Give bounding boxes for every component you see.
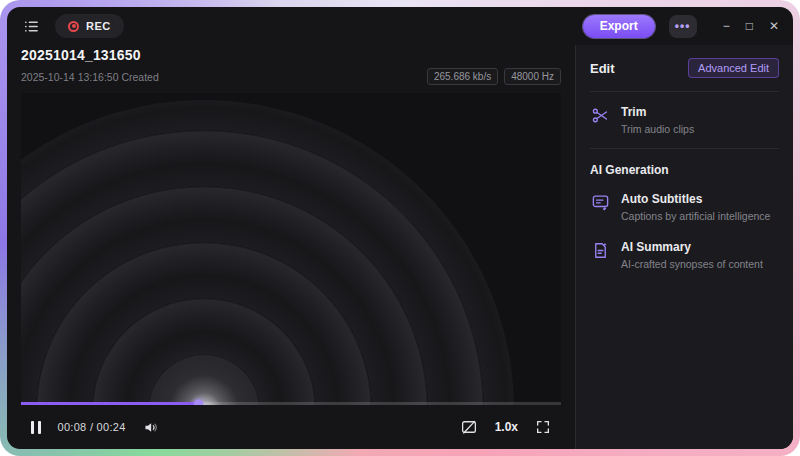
sidebar-header: Edit Advanced Edit — [590, 58, 779, 78]
sidebar-item-ai-summary[interactable]: AI Summary AI-crafted synopses of conten… — [590, 240, 779, 270]
sidebar-item-auto-subtitles[interactable]: Auto Subtitles Captions by artificial in… — [590, 192, 779, 222]
more-options-button[interactable]: ••• — [669, 15, 697, 38]
window-controls: − □ ✕ — [723, 20, 779, 32]
denoise-button[interactable] — [460, 418, 478, 436]
pause-icon — [31, 421, 34, 434]
pause-icon — [38, 421, 41, 434]
media-badges: 265.686 kb/s 48000 Hz — [427, 68, 561, 85]
sidebar-divider — [590, 148, 779, 149]
denoise-icon — [460, 418, 478, 436]
created-timestamp: 2025-10-14 13:16:50 Created — [21, 71, 159, 83]
advanced-edit-button[interactable]: Advanced Edit — [688, 58, 779, 78]
record-dot-icon — [68, 21, 79, 32]
media-title: 20251014_131650 — [21, 47, 561, 63]
scissors-icon — [590, 105, 610, 125]
ai-generation-section-title: AI Generation — [590, 163, 779, 177]
sidebar-item-text: Auto Subtitles Captions by artificial in… — [621, 192, 770, 222]
pause-button[interactable] — [31, 421, 41, 434]
progress-fill — [21, 402, 199, 405]
volume-button[interactable] — [143, 419, 160, 436]
progress-bar[interactable] — [21, 402, 561, 405]
main-panel: 20251014_131650 2025-10-14 13:16:50 Crea… — [7, 45, 575, 449]
playback-speed-button[interactable]: 1.0x — [495, 420, 518, 434]
samplerate-badge: 48000 Hz — [504, 68, 561, 85]
edit-sidebar: Edit Advanced Edit Trim Trim audio clips — [575, 45, 793, 449]
subtitles-icon — [590, 192, 610, 212]
rec-button-label: REC — [86, 20, 111, 32]
app-window: REC Export ••• − □ ✕ 20251014_131650 202… — [7, 7, 793, 449]
gradient-window-frame: REC Export ••• − □ ✕ 20251014_131650 202… — [0, 0, 800, 456]
transport-controls: 00:08 / 00:24 — [21, 405, 561, 449]
right-transport-controls: 1.0x — [460, 418, 551, 436]
volume-icon — [143, 419, 160, 436]
sidebar-divider — [590, 91, 779, 92]
vinyl-record-graphic — [21, 100, 514, 405]
auto-subtitles-subtitle: Captions by artificial intelligence — [621, 210, 770, 222]
media-meta-row: 2025-10-14 13:16:50 Created 265.686 kb/s… — [21, 68, 561, 85]
rec-button[interactable]: REC — [55, 14, 124, 38]
sidebar-item-text: AI Summary AI-crafted synopses of conten… — [621, 240, 763, 270]
export-button[interactable]: Export — [583, 15, 655, 38]
fullscreen-button[interactable] — [535, 419, 551, 435]
sidebar-item-trim[interactable]: Trim Trim audio clips — [590, 105, 779, 135]
ai-summary-title: AI Summary — [621, 240, 763, 254]
minimize-button[interactable]: − — [723, 20, 730, 32]
bitrate-badge: 265.686 kb/s — [427, 68, 498, 85]
sidebar-item-text: Trim Trim audio clips — [621, 105, 694, 135]
trim-title: Trim — [621, 105, 694, 119]
playlist-menu-icon[interactable] — [21, 16, 41, 36]
maximize-button[interactable]: □ — [746, 20, 753, 32]
audio-preview-area[interactable] — [21, 93, 561, 405]
summary-icon — [590, 240, 610, 260]
close-button[interactable]: ✕ — [769, 20, 779, 32]
progress-handle[interactable] — [194, 399, 203, 405]
auto-subtitles-title: Auto Subtitles — [621, 192, 770, 206]
trim-subtitle: Trim audio clips — [621, 123, 694, 135]
ai-summary-subtitle: AI-crafted synopses of content — [621, 258, 763, 270]
fullscreen-icon — [535, 419, 551, 435]
app-body: 20251014_131650 2025-10-14 13:16:50 Crea… — [7, 45, 793, 449]
topbar: REC Export ••• − □ ✕ — [7, 7, 793, 45]
time-display: 00:08 / 00:24 — [58, 421, 126, 433]
sidebar-title: Edit — [590, 61, 615, 76]
